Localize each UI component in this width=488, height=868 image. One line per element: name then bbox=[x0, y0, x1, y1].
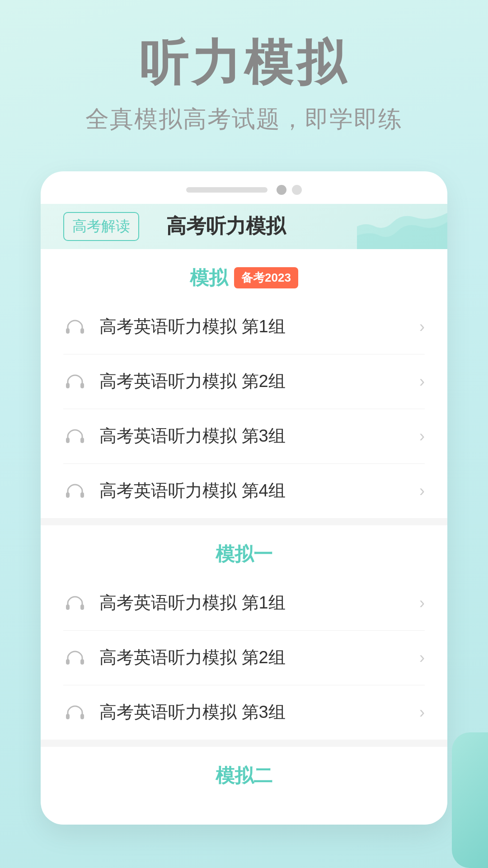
chevron-icon-1-2: › bbox=[419, 372, 425, 391]
list-section-1: 高考英语听力模拟 第1组 › 高考英语听力模拟 第2组 › bbox=[41, 300, 447, 518]
list-section-2: 高考英语听力模拟 第1组 › 高考英语听力模拟 第2组 › bbox=[41, 576, 447, 740]
headphone-icon-2 bbox=[63, 370, 87, 393]
headphone-icon-2-3 bbox=[63, 701, 87, 724]
svg-rect-9 bbox=[80, 604, 84, 610]
section-header-moni: 模拟 备考2023 bbox=[41, 249, 447, 300]
list-item-text-1-3: 高考英语听力模拟 第3组 bbox=[99, 425, 419, 448]
page-subtitle: 全真模拟高考试题，即学即练 bbox=[18, 104, 470, 135]
svg-rect-0 bbox=[66, 328, 70, 334]
dot-1 bbox=[277, 185, 286, 195]
right-decoration bbox=[452, 732, 488, 868]
headphone-icon-2-1 bbox=[63, 591, 87, 615]
chevron-icon-2-3: › bbox=[419, 703, 425, 722]
page-wrapper: 听力模拟 全真模拟高考试题，即学即练 高考解读 高考听力模拟 bbox=[0, 0, 488, 868]
phone-notch bbox=[186, 187, 267, 193]
divider-1 bbox=[41, 518, 447, 525]
svg-rect-4 bbox=[66, 438, 70, 443]
headphone-icon-1 bbox=[63, 315, 87, 339]
headphone-icon-3 bbox=[63, 425, 87, 448]
headphone-icon-4 bbox=[63, 479, 87, 503]
list-item-text-2-1: 高考英语听力模拟 第1组 bbox=[99, 591, 419, 614]
tab-left-label[interactable]: 高考解读 bbox=[63, 212, 139, 241]
section-title-2: 模拟一 bbox=[216, 542, 272, 567]
list-item-text-2-2: 高考英语听力模拟 第2组 bbox=[99, 646, 419, 669]
svg-rect-1 bbox=[80, 328, 84, 334]
tab-header: 高考解读 高考听力模拟 bbox=[41, 204, 447, 249]
chevron-icon-1-1: › bbox=[419, 317, 425, 336]
list-item[interactable]: 高考英语听力模拟 第2组 › bbox=[63, 354, 425, 409]
chevron-icon-2-1: › bbox=[419, 594, 425, 613]
list-item[interactable]: 高考英语听力模拟 第4组 › bbox=[63, 464, 425, 518]
phone-top-bar bbox=[41, 185, 447, 204]
svg-rect-10 bbox=[66, 659, 70, 665]
svg-rect-3 bbox=[80, 383, 84, 388]
list-item-text-1-2: 高考英语听力模拟 第2组 bbox=[99, 370, 419, 393]
list-item-text-2-3: 高考英语听力模拟 第3组 bbox=[99, 701, 419, 724]
svg-rect-8 bbox=[66, 604, 70, 610]
list-item[interactable]: 高考英语听力模拟 第2组 › bbox=[63, 631, 425, 685]
chevron-icon-2-2: › bbox=[419, 648, 425, 667]
svg-rect-6 bbox=[66, 492, 70, 498]
section-header-moni1: 模拟一 bbox=[41, 525, 447, 576]
list-item[interactable]: 高考英语听力模拟 第1组 › bbox=[63, 300, 425, 354]
headphone-icon-2-2 bbox=[63, 646, 87, 670]
svg-rect-2 bbox=[66, 383, 70, 388]
bottom-fade bbox=[41, 797, 447, 825]
svg-rect-12 bbox=[66, 714, 70, 719]
section-badge-1: 备考2023 bbox=[234, 267, 298, 288]
section-header-moni2: 模拟二 bbox=[41, 747, 447, 797]
wave-decoration bbox=[357, 213, 447, 249]
list-item[interactable]: 高考英语听力模拟 第1组 › bbox=[63, 576, 425, 631]
list-item[interactable]: 高考英语听力模拟 第3组 › bbox=[63, 409, 425, 464]
list-item-text-1-4: 高考英语听力模拟 第4组 bbox=[99, 479, 419, 502]
list-item-text-1-1: 高考英语听力模拟 第1组 bbox=[99, 315, 419, 338]
section-title-3: 模拟二 bbox=[216, 763, 272, 788]
phone-mockup: 高考解读 高考听力模拟 模拟 备考2023 bbox=[41, 171, 447, 825]
page-header: 听力模拟 全真模拟高考试题，即学即练 bbox=[0, 0, 488, 153]
svg-rect-13 bbox=[80, 714, 84, 719]
svg-rect-7 bbox=[80, 492, 84, 498]
svg-rect-11 bbox=[80, 659, 84, 665]
dot-2 bbox=[292, 185, 302, 195]
phone-dots bbox=[277, 185, 302, 195]
list-item[interactable]: 高考英语听力模拟 第3组 › bbox=[63, 685, 425, 740]
page-title: 听力模拟 bbox=[18, 36, 470, 90]
divider-2 bbox=[41, 740, 447, 747]
chevron-icon-1-4: › bbox=[419, 481, 425, 500]
section-title-1: 模拟 bbox=[190, 265, 228, 291]
svg-rect-5 bbox=[80, 438, 84, 443]
chevron-icon-1-3: › bbox=[419, 427, 425, 446]
tab-right-label[interactable]: 高考听力模拟 bbox=[166, 213, 286, 240]
